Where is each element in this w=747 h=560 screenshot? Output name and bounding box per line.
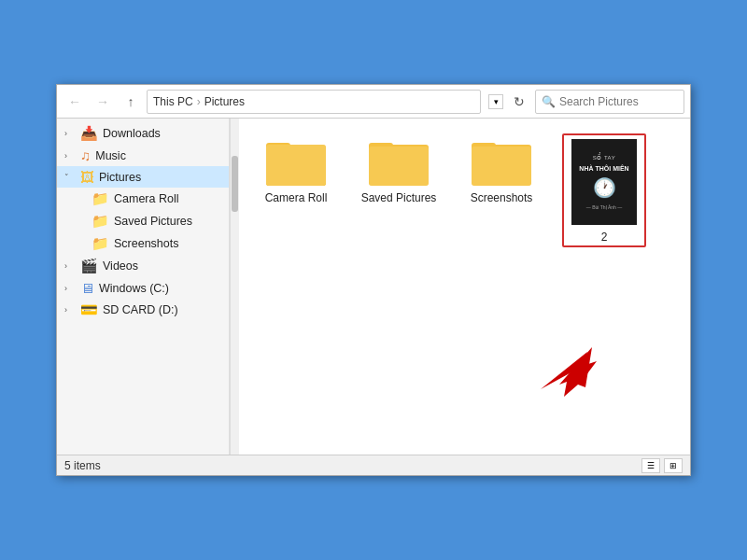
forward-button[interactable]: → — [91, 90, 115, 114]
folder-icon-camera-roll — [266, 137, 326, 186]
folder-camera-roll[interactable]: Camera Roll — [254, 133, 338, 247]
sidebar-item-windows-c[interactable]: › 🖥 Windows (C:) — [57, 277, 229, 299]
sidebar-label-camera-roll: Camera Roll — [114, 192, 178, 205]
sidebar-icon-videos: 🎬 — [80, 258, 98, 274]
statusbar-view-buttons: ☰ ⊞ — [641, 458, 683, 473]
breadcrumb-pc: This PC — [153, 95, 193, 108]
sidebar-arrow-sd-card: › — [64, 305, 76, 315]
sidebar-label-saved-pictures: Saved Pictures — [114, 215, 192, 228]
svg-rect-4 — [266, 145, 326, 186]
sidebar-icon-sd-card: 💳 — [80, 301, 98, 318]
svg-rect-7 — [369, 147, 429, 186]
thumbnail-label: 2 — [601, 231, 608, 244]
sidebar-item-downloads[interactable]: › 📥 Downloads — [57, 122, 229, 145]
folder-saved-pictures[interactable]: Saved Pictures — [357, 133, 441, 247]
sidebar-scrollbar[interactable] — [230, 119, 239, 455]
folder-label-screenshots: Screenshots — [471, 191, 533, 206]
sidebar-icon-screenshots: 📁 — [92, 235, 109, 252]
sidebar-label-music: Music — [95, 149, 126, 162]
sidebar-label-videos: Videos — [103, 259, 138, 273]
sidebar-arrow-downloads: › — [64, 129, 76, 138]
sidebar-arrow-windows-c: › — [64, 284, 76, 293]
search-input[interactable] — [559, 95, 699, 108]
explorer-window: ← → ↑ This PC › Pictures ▾ ↻ 🔍 › — [56, 84, 691, 476]
folder-icon-screenshots — [472, 137, 531, 186]
breadcrumb-dropdown-button[interactable]: ▾ — [488, 94, 503, 109]
sidebar-item-videos[interactable]: › 🎬 Videos — [57, 255, 229, 277]
sidebar-icon-saved-pictures: 📁 — [92, 213, 109, 230]
clock-icon: 🕐 — [593, 176, 616, 199]
sidebar-arrow-music: › — [64, 151, 76, 161]
svg-marker-11 — [541, 352, 597, 389]
folder-label-camera-roll: Camera Roll — [265, 191, 328, 206]
book-main-text: NHÀ THÔI MIÊN — [579, 164, 628, 174]
sidebar-item-music[interactable]: › ♫ Music — [57, 145, 229, 166]
search-box[interactable]: 🔍 — [535, 90, 684, 114]
breadcrumb[interactable]: This PC › Pictures — [147, 90, 481, 114]
search-icon: 🔍 — [542, 95, 556, 108]
addressbar: ← → ↑ This PC › Pictures ▾ ↻ 🔍 — [57, 85, 690, 119]
book-top-text: SỔ TAY — [593, 154, 615, 161]
arrow-svg — [531, 343, 606, 399]
sidebar-icon-downloads: 📥 — [80, 125, 98, 142]
sidebar-item-saved-pictures[interactable]: 📁 Saved Pictures — [57, 210, 229, 232]
statusbar: 5 items ☰ ⊞ — [57, 455, 690, 475]
view-list-button[interactable]: ☰ — [641, 458, 660, 473]
refresh-icon: ↻ — [514, 94, 525, 109]
item-count: 5 items — [64, 459, 101, 472]
sidebar-item-pictures[interactable]: ˅ 🖼 Pictures — [57, 166, 229, 188]
sidebar-icon-music: ♫ — [80, 147, 91, 163]
breadcrumb-sep-1: › — [197, 95, 201, 108]
sidebar-label-pictures: Pictures — [99, 171, 141, 184]
back-icon: ← — [68, 94, 81, 109]
sidebar-item-screenshots[interactable]: 📁 Screenshots — [57, 232, 229, 255]
view-grid-button[interactable]: ⊞ — [664, 458, 683, 473]
sidebar-icon-pictures: 🖼 — [80, 169, 94, 185]
sidebar-arrow-pictures: ˅ — [64, 173, 76, 182]
sidebar-arrow-videos: › — [64, 261, 76, 271]
file-area: Camera Roll Saved Pictures Screenshots — [239, 119, 690, 455]
sidebar-item-camera-roll[interactable]: 📁 Camera Roll — [57, 188, 229, 210]
svg-rect-10 — [472, 147, 531, 186]
dropdown-icon: ▾ — [494, 97, 499, 106]
folder-icon-saved-pictures — [369, 137, 429, 186]
sidebar-scrollbar-thumb[interactable] — [232, 156, 238, 212]
sidebar-label-screenshots: Screenshots — [114, 237, 178, 250]
up-button[interactable]: ↑ — [119, 90, 143, 114]
folder-screenshots[interactable]: Screenshots — [459, 133, 543, 247]
sidebar-label-sd-card: SD CARD (D:) — [103, 303, 178, 316]
sidebar-item-sd-card[interactable]: › 💳 SD CARD (D:) — [57, 299, 229, 321]
sidebar: › 📥 Downloads › ♫ Music ˅ 🖼 Pictures 📁 C… — [57, 119, 230, 455]
sidebar-label-windows-c: Windows (C:) — [99, 282, 169, 295]
thumbnail-item-2[interactable]: SỔ TAY NHÀ THÔI MIÊN 🕐 — Bùi Thị Ánh — 2 — [562, 133, 646, 247]
thumbnail-image: SỔ TAY NHÀ THÔI MIÊN 🕐 — Bùi Thị Ánh — — [570, 137, 639, 227]
forward-icon: → — [96, 94, 109, 109]
up-icon: ↑ — [128, 94, 134, 109]
red-arrow-indicator — [531, 343, 606, 399]
sidebar-icon-windows-c: 🖥 — [80, 280, 94, 296]
breadcrumb-pictures: Pictures — [204, 95, 245, 108]
folder-label-saved-pictures: Saved Pictures — [361, 191, 437, 206]
sidebar-label-downloads: Downloads — [103, 127, 161, 140]
back-button[interactable]: ← — [63, 90, 87, 114]
content-area: › 📥 Downloads › ♫ Music ˅ 🖼 Pictures 📁 C… — [57, 119, 690, 455]
refresh-button[interactable]: ↻ — [507, 90, 531, 114]
book-author: — Bùi Thị Ánh — — [586, 204, 622, 210]
sidebar-icon-camera-roll: 📁 — [92, 190, 109, 207]
